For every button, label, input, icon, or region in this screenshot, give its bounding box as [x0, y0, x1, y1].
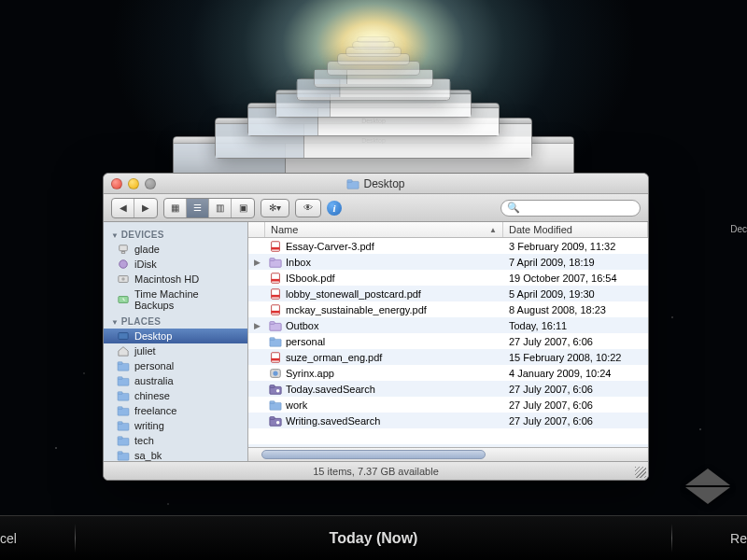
- sidebar-item-label: iDisk: [134, 259, 157, 270]
- action-menu-button[interactable]: ✻▾: [261, 199, 289, 217]
- snapshot-date-label: Today (Now): [330, 530, 418, 547]
- column-date[interactable]: Date Modified: [503, 222, 648, 237]
- file-row[interactable]: ISbook.pdf19 October 2007, 16:54: [248, 270, 648, 286]
- svg-rect-28: [272, 246, 280, 249]
- sidebar-item-chinese[interactable]: chinese: [104, 388, 247, 403]
- file-date: 27 July 2007, 6:06: [503, 336, 648, 347]
- svg-rect-40: [270, 337, 275, 340]
- file-row[interactable]: Syrinx.app4 January 2009, 10:24: [248, 365, 648, 381]
- svg-rect-36: [272, 310, 280, 313]
- sidebar-item-label: australia: [134, 375, 174, 386]
- svg-rect-31: [272, 273, 280, 283]
- svg-point-4: [120, 260, 128, 269]
- list-view-button[interactable]: ☰: [187, 199, 209, 217]
- svg-rect-12: [118, 377, 122, 380]
- svg-rect-41: [272, 352, 280, 362]
- svg-rect-48: [270, 402, 281, 410]
- sidebar-item-time-machine-backups[interactable]: Time Machine Backups: [104, 287, 247, 313]
- file-row[interactable]: ▶Inbox7 April 2009, 18:19: [248, 254, 648, 270]
- disclosure-triangle[interactable]: ▶: [248, 258, 265, 267]
- time-machine-bottom-bar: cel Today (Now) Re: [0, 515, 747, 560]
- back-button[interactable]: ◀: [112, 199, 134, 217]
- search-input[interactable]: [520, 203, 649, 214]
- sidebar-section-places[interactable]: PLACES: [104, 313, 247, 329]
- sidebar-section-devices[interactable]: DEVICES: [104, 226, 247, 242]
- svg-rect-8: [119, 333, 128, 340]
- sidebar-item-freelance[interactable]: freelance: [104, 403, 247, 418]
- restore-button[interactable]: Re: [730, 531, 747, 546]
- file-row[interactable]: ▶OutboxToday, 16:11: [248, 317, 648, 333]
- svg-rect-38: [270, 321, 275, 324]
- search-field[interactable]: 🔍: [500, 200, 641, 217]
- sidebar-item-label: personal: [134, 360, 174, 371]
- snapshot-back-arrow[interactable]: [685, 469, 730, 485]
- sidebar-item-desktop[interactable]: Desktop: [104, 329, 247, 343]
- svg-rect-1: [347, 179, 352, 182]
- svg-rect-33: [272, 288, 280, 299]
- horizontal-scrollbar[interactable]: [248, 447, 648, 461]
- sidebar-item-personal[interactable]: personal: [104, 358, 247, 373]
- file-name: mckay_sustainable_energy.pdf: [286, 304, 427, 315]
- sidebar-item-label: tech: [134, 435, 154, 446]
- column-name[interactable]: Name▲: [265, 222, 503, 237]
- column-expand: [248, 222, 265, 237]
- quicklook-button[interactable]: 👁: [295, 199, 321, 217]
- search-icon: 🔍: [507, 202, 520, 214]
- file-name: Outbox: [286, 320, 318, 331]
- file-row[interactable]: personal27 July 2007, 6:06: [248, 333, 648, 349]
- forward-button[interactable]: ▶: [134, 199, 157, 217]
- svg-point-47: [276, 389, 280, 393]
- sidebar-item-sa_bk[interactable]: sa_bk: [104, 448, 247, 461]
- sidebar-item-australia[interactable]: australia: [104, 373, 247, 388]
- sidebar-item-glade[interactable]: glade: [104, 242, 247, 257]
- file-date: 4 January 2009, 10:24: [503, 368, 648, 379]
- file-row[interactable]: Today.savedSearch27 July 2007, 6:06: [248, 381, 648, 397]
- column-view-button[interactable]: ▥: [209, 199, 232, 217]
- svg-rect-49: [270, 400, 275, 403]
- sidebar-item-idisk[interactable]: iDisk: [104, 257, 247, 272]
- svg-rect-15: [118, 408, 129, 415]
- sidebar-item-label: Desktop: [134, 330, 172, 342]
- svg-rect-32: [272, 278, 280, 281]
- nav-back-forward: ◀ ▶: [111, 198, 158, 218]
- svg-rect-19: [118, 438, 129, 445]
- time-machine-nav-arrows: [685, 469, 730, 504]
- svg-rect-2: [120, 245, 128, 251]
- file-name: Today.savedSearch: [286, 384, 375, 395]
- info-icon[interactable]: i: [327, 201, 342, 216]
- svg-rect-46: [270, 385, 275, 387]
- sidebar-item-macintosh-hd[interactable]: Macintosh HD: [104, 272, 247, 287]
- coverflow-view-button[interactable]: ▣: [232, 199, 254, 217]
- svg-rect-35: [272, 304, 280, 315]
- sidebar-item-writing[interactable]: writing: [104, 418, 247, 433]
- svg-rect-11: [118, 378, 129, 385]
- file-row[interactable]: Essay-Carver-3.pdf3 February 2009, 11:32: [248, 238, 648, 254]
- file-name: Writing.savedSearch: [286, 415, 380, 427]
- finder-toolbar: ◀ ▶ ▦ ☰ ▥ ▣ ✻▾ 👁 i 🔍: [104, 194, 648, 222]
- close-button[interactable]: [111, 178, 122, 189]
- window-titlebar[interactable]: Desktop: [104, 174, 648, 194]
- sidebar-item-juliet[interactable]: juliet: [104, 343, 247, 358]
- file-row[interactable]: work27 July 2007, 6:06: [248, 397, 648, 413]
- sidebar-item-label: glade: [134, 244, 160, 255]
- finder-sidebar: DEVICES gladeiDiskMacintosh HDTime Machi…: [104, 222, 248, 461]
- file-row[interactable]: mckay_sustainable_energy.pdf8 August 200…: [248, 301, 648, 317]
- svg-rect-10: [118, 362, 122, 365]
- file-date: 27 July 2007, 6:06: [503, 399, 648, 411]
- scroll-thumb[interactable]: [261, 450, 486, 459]
- file-row[interactable]: lobby_stonewall_postcard.pdf5 April 2009…: [248, 286, 648, 301]
- zoom-button[interactable]: [145, 178, 156, 189]
- icon-view-button[interactable]: ▦: [164, 199, 187, 217]
- resize-grip[interactable]: [635, 467, 646, 478]
- file-name: personal: [286, 336, 325, 347]
- sidebar-item-tech[interactable]: tech: [104, 433, 247, 448]
- minimize-button[interactable]: [128, 178, 139, 189]
- snapshot-forward-arrow[interactable]: [685, 487, 730, 504]
- svg-rect-27: [272, 241, 280, 251]
- file-list[interactable]: Essay-Carver-3.pdf3 February 2009, 11:32…: [248, 238, 648, 447]
- svg-rect-18: [118, 422, 122, 425]
- file-row[interactable]: Writing.savedSearch27 July 2007, 6:06: [248, 413, 648, 428]
- file-row[interactable]: suze_orman_eng.pdf15 February 2008, 10:2…: [248, 349, 648, 365]
- disclosure-triangle[interactable]: ▶: [248, 321, 265, 330]
- cancel-button[interactable]: cel: [0, 531, 17, 546]
